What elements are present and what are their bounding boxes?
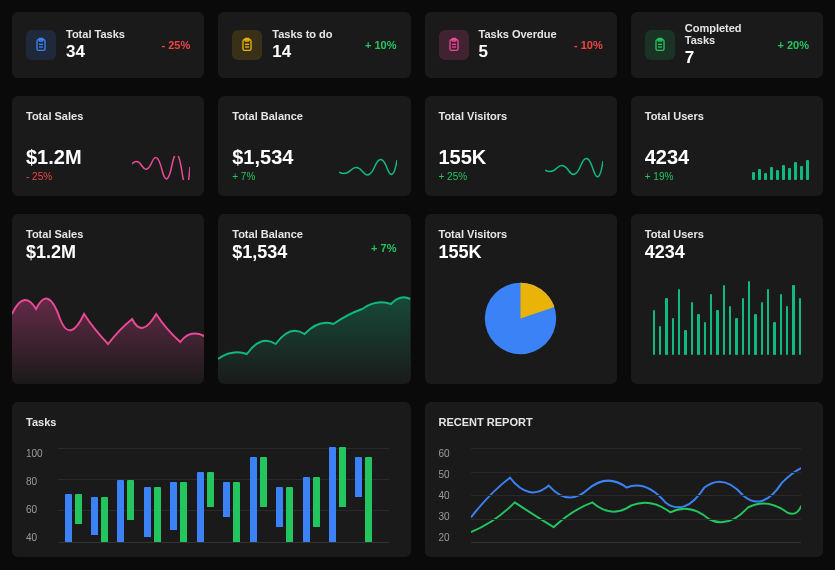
card-visitors-chart: Total Visitors 155K [425, 214, 617, 384]
card-users-chart: Total Users 4234 [631, 214, 823, 384]
area-chart [218, 274, 410, 384]
card-tasks-chart: Tasks 100806040 [12, 402, 411, 557]
line-chart: 6050403020 [439, 448, 810, 543]
card-balance-chart: Total Balance $1,534 + 7% [218, 214, 410, 384]
sparkline-chart [339, 156, 397, 180]
chart-title: Total Balance [232, 228, 396, 240]
card-tasks-overdue: Tasks Overdue 5 - 10% [425, 12, 617, 78]
card-value: 14 [272, 42, 355, 62]
stat-title: Total Balance [232, 110, 396, 122]
card-total-sales: Total Sales $1.2M - 25% [12, 96, 204, 196]
chart-value: 4234 [645, 242, 809, 263]
y-axis: 100806040 [26, 448, 43, 543]
card-tasks-todo: Tasks to do 14 + 10% [218, 12, 410, 78]
sparkbar-chart [752, 158, 809, 180]
card-value: 7 [685, 48, 768, 68]
stats-row: Total Sales $1.2M - 25% Total Balance $1… [12, 96, 823, 196]
chart-delta: + 7% [371, 242, 396, 254]
grouped-bar-chart: 100806040 [26, 448, 397, 543]
card-completed-tasks: Completed Tasks 7 + 20% [631, 12, 823, 78]
card-title: Tasks to do [272, 28, 355, 40]
section-title: RECENT REPORT [439, 416, 810, 428]
card-value: 5 [479, 42, 565, 62]
card-total-balance: Total Balance $1,534 + 7% [218, 96, 410, 196]
bar-chart [645, 263, 809, 363]
card-total-tasks: Total Tasks 34 - 25% [12, 12, 204, 78]
clipboard-icon [645, 30, 675, 60]
chart-value: 155K [439, 242, 603, 263]
card-delta: - 10% [574, 39, 603, 51]
section-title: Tasks [26, 416, 397, 428]
chart-title: Total Visitors [439, 228, 603, 240]
charts-row: Total Sales $1.2M Total Balance $1,534 +… [12, 214, 823, 384]
card-sales-chart: Total Sales $1.2M [12, 214, 204, 384]
card-value: 34 [66, 42, 152, 62]
card-delta: + 10% [365, 39, 397, 51]
card-title: Tasks Overdue [479, 28, 565, 40]
chart-title: Total Sales [26, 228, 190, 240]
clipboard-icon [232, 30, 262, 60]
chart-value: $1.2M [26, 242, 190, 263]
chart-title: Total Users [645, 228, 809, 240]
card-delta: + 20% [778, 39, 810, 51]
card-recent-report: RECENT REPORT 6050403020 [425, 402, 824, 557]
card-total-users: Total Users 4234 + 19% [631, 96, 823, 196]
clipboard-icon [26, 30, 56, 60]
sparkline-chart [545, 156, 603, 180]
pie-chart [439, 263, 603, 373]
card-delta: - 25% [162, 39, 191, 51]
stat-title: Total Visitors [439, 110, 603, 122]
tasks-row: Total Tasks 34 - 25% Tasks to do 14 + 10… [12, 12, 823, 78]
card-title: Total Tasks [66, 28, 152, 40]
clipboard-icon [439, 30, 469, 60]
y-axis: 6050403020 [439, 448, 450, 543]
reports-row: Tasks 100806040 [12, 402, 823, 557]
stat-title: Total Users [645, 110, 809, 122]
card-total-visitors: Total Visitors 155K + 25% [425, 96, 617, 196]
sparkline-chart [132, 156, 190, 180]
stat-title: Total Sales [26, 110, 190, 122]
card-title: Completed Tasks [685, 22, 768, 46]
area-chart [12, 274, 204, 384]
